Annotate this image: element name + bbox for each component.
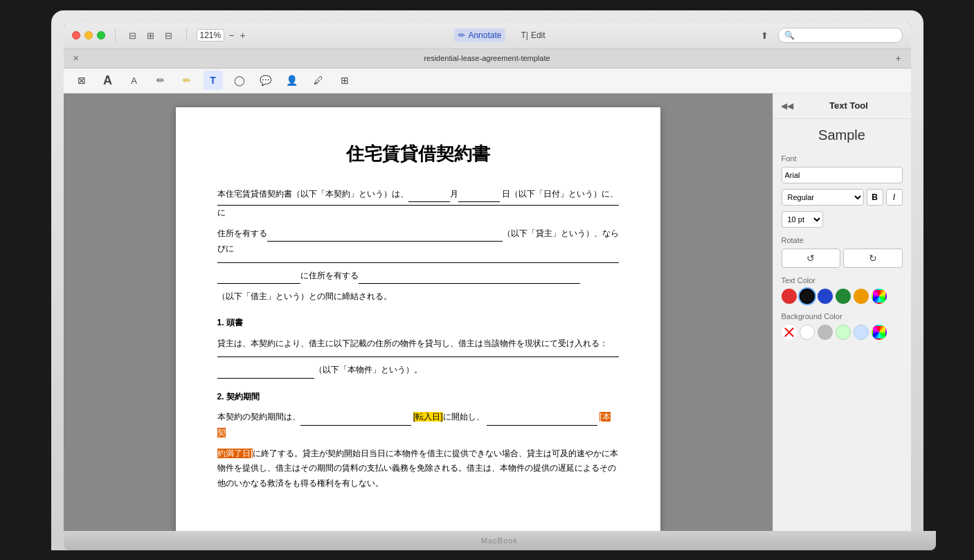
laptop-screen: ⊟ ⊞ ⊟ 121% − + ✏ Annotate [64, 23, 911, 531]
color-green[interactable] [836, 289, 851, 304]
color-red[interactable] [782, 289, 797, 304]
font-size-row: 10 pt 12 pt 14 pt 16 pt 18 pt [782, 211, 903, 228]
bg-color-gray[interactable] [818, 325, 833, 340]
pdf-section2-body2: 約満了日]に終了する。貸主が契約開始日当日に本物件を借主に提供できない場合、貸主… [217, 446, 619, 491]
toolbar-btn-group: ✏ Annotate T| Edit [454, 28, 549, 42]
rotate-label: Rotate [782, 236, 903, 244]
app-window: ⊟ ⊞ ⊟ 121% − + ✏ Annotate [64, 23, 911, 531]
annotate-button[interactable]: ✏ Annotate [454, 28, 505, 42]
columns-view-icon[interactable]: ⊟ [161, 29, 177, 42]
font-size-dropdown[interactable]: 10 pt 12 pt 14 pt 16 pt 18 pt [782, 211, 823, 228]
sidebar-toggle-icon[interactable]: ⊟ [125, 29, 141, 42]
zoom-in-button[interactable]: + [238, 30, 246, 41]
grid-view-icon[interactable]: ⊞ [143, 29, 159, 42]
font-small-button[interactable]: A [125, 71, 144, 90]
rotate-ccw-button[interactable]: ↺ [782, 249, 841, 268]
panel-collapse-button[interactable]: ◀◀ [780, 99, 794, 113]
pdf-paragraph-3: に住所を有する [217, 269, 619, 284]
panel-body: Sample Font Arial Helvetica Times New Ro… [773, 119, 911, 531]
selection-tool-button[interactable]: ⊞ [335, 71, 354, 90]
bg-color-section: Background Color [782, 312, 903, 340]
pdf-long-line-1 [217, 262, 619, 263]
close-icon: ✕ [73, 54, 79, 63]
annotate-label: Annotate [468, 30, 501, 40]
rotate-section: Rotate ↺ ↻ [782, 236, 903, 268]
bold-button[interactable]: B [867, 189, 883, 206]
pencil-icon: ✏ [458, 30, 465, 40]
tab-title: residential-lease-agreement-template [83, 49, 892, 68]
pdf-section1-title: 1. 頭書 [217, 316, 619, 331]
pdf-body: 本住宅賃貸借契約書（以下「本契約」という）は、 月 日（以下「日付」という）に、… [217, 187, 619, 491]
italic-button[interactable]: I [886, 189, 903, 206]
titlebar: ⊟ ⊞ ⊟ 121% − + ✏ Annotate [64, 23, 911, 49]
zoom-out-button[interactable]: − [227, 30, 235, 41]
rotate-buttons: ↺ ↻ [782, 249, 903, 268]
panel-header: ◀◀ Text Tool [773, 93, 911, 119]
annotation-toolbar: ⊠ A A ✏ ✏ T ◯ 💬 👤 🖊 ⊞ [64, 69, 911, 93]
tab-add-button[interactable]: + [892, 49, 905, 68]
highlighter-tool-button[interactable]: ✏ [177, 71, 197, 90]
bg-color-light-green[interactable] [836, 325, 851, 340]
edit-button[interactable]: T| Edit [516, 28, 549, 42]
macbook-label: MacBook [481, 536, 518, 545]
text-color-label: Text Color [782, 276, 903, 284]
pdf-viewer[interactable]: 住宅賃貸借契約書 本住宅賃貸借契約書（以下「本契約」という）は、 月 日（以下「… [64, 93, 773, 531]
pdf-paragraph-4: （以下「借主」という）との間に締結される。 [217, 289, 619, 305]
share-button[interactable]: ⬆ [757, 29, 773, 42]
search-icon: 🔍 [784, 30, 795, 40]
panel-title: Text Tool [794, 100, 904, 111]
close-button[interactable] [72, 31, 80, 39]
bg-color-label: Background Color [782, 312, 903, 320]
bg-color-light-blue[interactable] [854, 325, 869, 340]
bg-color-white[interactable] [800, 325, 815, 340]
color-black[interactable] [800, 289, 815, 304]
pdf-section2-title: 2. 契約期間 [217, 390, 619, 405]
bg-color-transparent[interactable] [782, 325, 797, 340]
edit-icon: T| [521, 30, 527, 40]
tab-close-button[interactable]: ✕ [69, 49, 83, 68]
search-box[interactable]: 🔍 [778, 28, 903, 43]
main-content: 住宅賃貸借契約書 本住宅賃貸借契約書（以下「本契約」という）は、 月 日（以下「… [64, 93, 911, 531]
pdf-page: 住宅賃貸借契約書 本住宅賃貸借契約書（以下「本契約」という）は、 月 日（以下「… [176, 107, 660, 531]
zoom-control: 121% − + [197, 29, 247, 42]
bg-color-multicolor[interactable] [872, 325, 887, 340]
color-blue[interactable] [818, 289, 833, 304]
note-tool-button[interactable]: 💬 [256, 71, 276, 90]
stamp-tool-button[interactable]: 👤 [282, 71, 302, 90]
laptop-base: MacBook [64, 531, 936, 550]
pdf-paragraph-2: 住所を有する （以下「貸主」という）、ならびに [217, 226, 619, 257]
view-icons: ⊟ ⊞ ⊟ [125, 29, 177, 42]
maximize-button[interactable] [97, 31, 105, 39]
font-style-row: Regular Bold Italic B I [782, 189, 903, 206]
pdf-long-line-2 [217, 356, 619, 357]
font-label: Font [782, 154, 903, 163]
search-input[interactable] [797, 31, 896, 39]
pdf-section1-body: 貸主は、本契約により、借主に以下記載の住所の物件を貸与し、借主は当該物件を現状に… [217, 336, 619, 352]
text-tool-button[interactable]: T [204, 71, 223, 90]
style-dropdown[interactable]: Regular Bold Italic [782, 189, 864, 206]
zoom-value: 121% [197, 29, 225, 42]
pdf-section2-body: 本契約の契約期間は、 [転入日]に開始し、 [本契 [217, 410, 619, 440]
text-color-row [782, 289, 903, 304]
traffic-lights [72, 31, 105, 39]
rotate-cw-button[interactable]: ↻ [843, 249, 903, 268]
font-dropdown[interactable]: Arial Helvetica Times New Roman [782, 167, 903, 183]
pen-tool-button[interactable]: 🖊 [309, 71, 328, 90]
font-select-row: Arial Helvetica Times New Roman [782, 167, 903, 183]
color-multicolor-text[interactable] [872, 289, 887, 304]
font-large-button[interactable]: A [98, 71, 118, 90]
laptop-shell: ⊟ ⊞ ⊟ 121% − + ✏ Annotate [51, 10, 923, 550]
minimize-button[interactable] [84, 31, 93, 39]
resize-tool-button[interactable]: ⊠ [72, 71, 91, 90]
sample-text-display: Sample [782, 127, 903, 143]
pdf-paragraph-1: 本住宅賃貸借契約書（以下「本契約」という）は、 月 日（以下「日付」という）に、… [217, 187, 619, 221]
pdf-title: 住宅賃貸借契約書 [217, 142, 619, 166]
checkin-highlight: [転入日] [413, 412, 443, 422]
edit-label: Edit [531, 30, 545, 40]
pencil-tool-button[interactable]: ✏ [151, 71, 170, 90]
divider2 [186, 28, 187, 42]
shape-tool-button[interactable]: ◯ [230, 71, 249, 90]
color-orange[interactable] [854, 289, 869, 304]
text-color-section: Text Color [782, 276, 903, 304]
divider [115, 28, 116, 42]
